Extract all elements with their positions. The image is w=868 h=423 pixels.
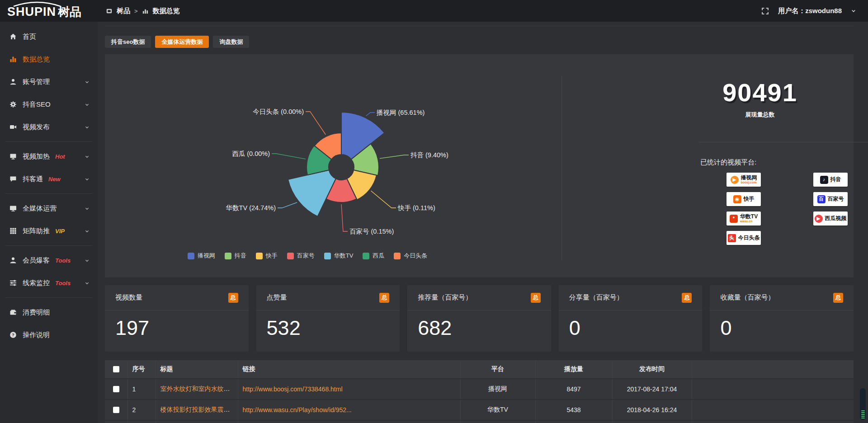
sidebar-item-matrix-boost[interactable]: 矩阵助推VIP	[0, 220, 98, 242]
column-header: 发布时间	[612, 360, 692, 379]
video-url-link[interactable]: http://www.boosj.com/7338468.html	[243, 385, 343, 393]
legend-item-douyin[interactable]: 抖音	[225, 252, 246, 260]
floating-widget[interactable]	[860, 388, 866, 420]
card-label: 推荐量（百家号）	[418, 293, 472, 302]
sidebar-item-label: 抖客通	[23, 175, 43, 183]
card-value: 197	[105, 310, 249, 340]
total-badge: 总	[228, 293, 238, 303]
sidebar-item-label: 视频发布	[23, 123, 50, 132]
card-label: 收藏量（百家号）	[720, 293, 774, 302]
pie-slice-wasu[interactable]	[288, 170, 336, 216]
stat-card-video-count: 视频数量总197	[105, 285, 249, 352]
chart-panel: 播视网 (65.61%)抖音 (9.40%)快手 (0.11%)百家号 (0.1…	[105, 54, 854, 277]
camcorder-icon	[9, 123, 17, 131]
sidebar-item-video-heat[interactable]: 视频加热Hot	[0, 145, 98, 168]
platform-name: 快手	[744, 196, 755, 202]
video-url-link[interactable]: http://www.wasu.cn/Play/show/id/952...	[243, 406, 352, 414]
chevron-down-icon	[85, 258, 90, 263]
sidebar-item-label: 全媒体运营	[23, 204, 57, 213]
sidebar-item-member-baoke[interactable]: 会员爆客Tools	[0, 249, 98, 272]
app-window: SHUPIN 树品 树品 > 数据总览 用户名：zswodun88	[0, 0, 868, 423]
impressions-total-value: 90491	[666, 78, 854, 107]
impressions-total-label: 展现量总数	[666, 111, 854, 119]
card-value: 0	[710, 310, 854, 340]
sidebar-item-media-ops[interactable]: 全媒体运营	[0, 197, 98, 220]
sidebar-item-label: 线索监控	[23, 279, 50, 287]
app-icon	[106, 8, 113, 14]
fullscreen-icon[interactable]	[761, 7, 769, 15]
sidebar-item-video-publish[interactable]: 视频发布	[0, 116, 98, 138]
row-checkbox[interactable]	[113, 407, 119, 413]
legend-item-xigua[interactable]: 西瓜	[363, 252, 384, 260]
legend-label: 西瓜	[373, 252, 384, 260]
sidebar-item-label: 抖音SEO	[23, 100, 51, 109]
tab-douyin-seo-data[interactable]: 抖音seo数据	[105, 36, 151, 48]
sidebar-item-help[interactable]: ?操作说明	[0, 324, 98, 346]
video-title-link[interactable]: 楼体投影灯投影效果震撼上市	[160, 406, 238, 413]
monitor-icon	[9, 205, 17, 212]
chat-icon	[9, 175, 17, 183]
wasu-logo-icon: *	[730, 215, 738, 223]
cell-index: 1	[127, 379, 156, 400]
total-badge: 总	[531, 293, 541, 303]
pie-label-line	[366, 113, 375, 116]
legend-swatch	[256, 253, 263, 259]
total-badge: 总	[833, 293, 843, 303]
cell-plays: 5438	[535, 400, 612, 420]
legend-swatch	[363, 253, 369, 259]
chevron-down-icon[interactable]	[851, 8, 856, 14]
sidebar-divider	[5, 245, 92, 246]
row-checkbox[interactable]	[113, 386, 119, 392]
stat-card-recommend-count: 推荐量（百家号）总682	[407, 285, 551, 352]
sidebar-item-label: 视频加热	[23, 152, 50, 161]
legend-item-baijiahao[interactable]: 百家号	[287, 252, 315, 260]
person-icon	[9, 257, 17, 264]
sidebar-item-douyin-seo[interactable]: 抖音SEO	[0, 93, 98, 116]
sidebar-item-clue-monitor[interactable]: 线索监控Tools	[0, 272, 98, 294]
sidebar-item-data-overview[interactable]: 数据总览	[0, 48, 98, 70]
platform-caption: boosj.com	[741, 181, 757, 184]
legend-item-toutiao[interactable]: 今日头条	[394, 252, 427, 260]
sliders-icon	[9, 279, 17, 287]
card-header: 视频数量总	[105, 285, 249, 310]
sidebar-item-label: 操作说明	[23, 331, 50, 339]
sidebar-item-label: 数据总览	[23, 55, 50, 64]
card-value: 532	[256, 310, 400, 340]
legend-item-wasu[interactable]: 华数TV	[324, 252, 354, 260]
username-label[interactable]: 用户名：zswodun88	[778, 7, 842, 15]
grid-icon	[9, 227, 17, 235]
bar-chart-icon	[142, 8, 149, 14]
boosj-logo-icon: ▶	[731, 176, 739, 184]
breadcrumb-root[interactable]: 树品	[117, 7, 130, 15]
main-content: 抖音seo数据全媒体运营数据询盘数据 播视网 (65.61%)抖音 (9.40%…	[98, 22, 868, 423]
tab-media-ops-data[interactable]: 全媒体运营数据	[155, 36, 209, 48]
sidebar-item-label: 首页	[23, 33, 36, 41]
legend-label: 华数TV	[334, 252, 354, 260]
legend-swatch	[287, 253, 294, 259]
chevron-down-icon	[85, 281, 90, 286]
sidebar-item-consume-detail[interactable]: 消费明细	[0, 301, 98, 324]
video-title-link[interactable]: 室外水纹灯和室内水纹灯的区别和简介	[160, 385, 238, 392]
chevron-down-icon	[85, 102, 90, 107]
sidebar-item-account-manage[interactable]: 账号管理	[0, 70, 98, 93]
cell-link: http://www.boosj.com/7338468.html	[238, 379, 460, 400]
select-all-checkbox[interactable]	[113, 366, 119, 372]
chevron-down-icon	[85, 154, 90, 159]
platform-chip-douyin: ♪抖音	[813, 173, 848, 187]
legend-item-boosj[interactable]: 播视网	[188, 252, 215, 260]
column-header: 标题	[156, 360, 238, 379]
cell-platform: 播视网	[460, 379, 535, 400]
sidebar-item-home[interactable]: 首页	[0, 25, 98, 48]
legend-item-kuaishou[interactable]: 快手	[256, 252, 278, 260]
breadcrumb-current: 数据总览	[153, 7, 180, 15]
stat-card-share-count: 分享量（百家号）总0	[559, 285, 703, 352]
card-value: 0	[559, 310, 703, 340]
tab-inquiry-data[interactable]: 询盘数据	[213, 36, 249, 48]
sidebar-badge-hot: Hot	[55, 153, 65, 160]
sidebar-item-douketong[interactable]: 抖客通New	[0, 168, 98, 190]
sidebar-badge-tools: Tools	[55, 257, 71, 264]
sidebar-badge-new: New	[48, 176, 61, 183]
platform-chips-right: ♪抖音百百家号▶西瓜视频	[813, 173, 848, 226]
data-tabs: 抖音seo数据全媒体运营数据询盘数据	[105, 36, 854, 48]
kuaishou-logo-icon: ◉	[733, 195, 741, 203]
